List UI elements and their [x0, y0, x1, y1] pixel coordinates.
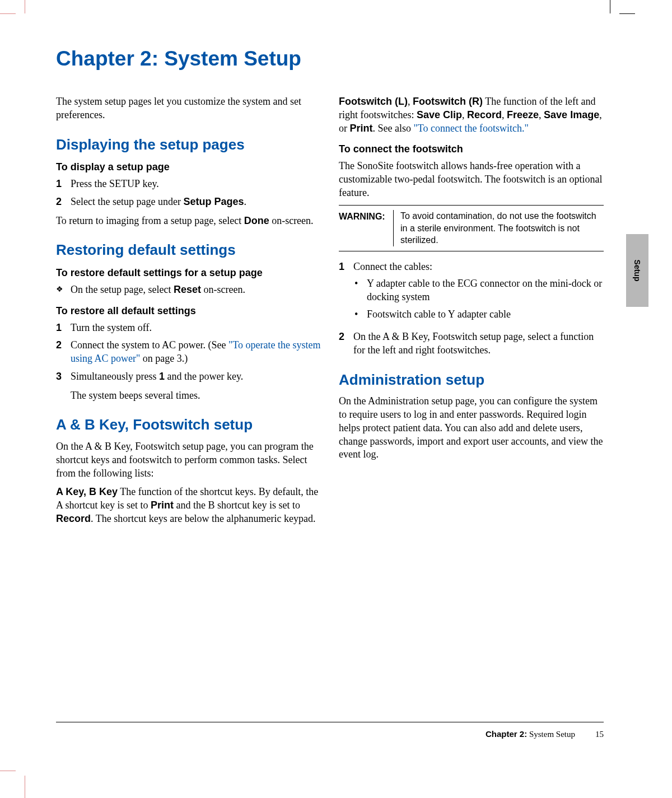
- page: Setup Chapter 2: System Setup The system…: [34, 21, 626, 755]
- list-item: 2 Connect the system to AC power. (See "…: [56, 339, 321, 366]
- list-item: 2 Select the setup page under Setup Page…: [56, 195, 321, 209]
- sub-restore-page: To restore default settings for a setup …: [56, 267, 321, 280]
- step-number: 2: [56, 339, 71, 366]
- cable-bullets: Y adapter cable to the ECG connector on …: [353, 277, 604, 321]
- display-steps: 1 Press the SETUP key. 2 Select the setu…: [56, 178, 321, 209]
- step-body: Press the SETUP key.: [71, 178, 321, 191]
- return-text: To return to imaging from a setup page, …: [56, 214, 321, 228]
- list-item: On the setup page, select Reset on-scree…: [56, 283, 321, 297]
- side-tab: Setup: [626, 234, 648, 307]
- sub-restore-all: To restore all default settings: [56, 305, 321, 318]
- list-item: 2 On the A & B Key, Footswitch setup pag…: [339, 330, 604, 357]
- list-item: Y adapter cable to the ECG connector on …: [353, 277, 604, 304]
- step-body: Connect the system to AC power. (See "To…: [71, 339, 321, 366]
- list-item: 1 Turn the system off.: [56, 321, 321, 335]
- footer-page-number: 15: [595, 730, 604, 739]
- list-item: 1 Press the SETUP key.: [56, 178, 321, 191]
- left-column: The system setup pages let you customize…: [56, 95, 321, 531]
- list-item: 1 Connect the cables: Y adapter cable to…: [339, 260, 604, 326]
- section-admin: Administration setup: [339, 372, 604, 389]
- step-body: Turn the system off.: [71, 321, 321, 335]
- side-tab-label: Setup: [633, 260, 642, 282]
- section-displaying: Displaying the setup pages: [56, 137, 321, 153]
- warning-box: WARNING: To avoid contamination, do not …: [339, 205, 604, 251]
- warning-label: WARNING:: [339, 210, 394, 246]
- step-number: 1: [339, 260, 353, 326]
- footswitch-p1: Footswitch (L), Footswitch (R) The funct…: [339, 95, 604, 135]
- restore-all-steps: 1 Turn the system off. 2 Connect the sys…: [56, 321, 321, 384]
- beep-text: The system beeps several times.: [71, 389, 321, 403]
- sub-connect-footswitch: To connect the footswitch: [339, 143, 604, 156]
- step-body: Simultaneously press 1 and the power key…: [71, 370, 321, 384]
- xref-link[interactable]: "To connect the footswitch.": [414, 123, 529, 134]
- connect-steps: 1 Connect the cables: Y adapter cable to…: [339, 260, 604, 357]
- list-item: 3 Simultaneously press 1 and the power k…: [56, 370, 321, 384]
- list-item: Footswitch cable to Y adapter cable: [353, 308, 604, 321]
- abkey-p2: A Key, B Key The function of the shortcu…: [56, 486, 321, 525]
- step-number: 2: [339, 330, 353, 357]
- footer-rule: [56, 722, 604, 722]
- footswitch-p2: The SonoSite footswitch allows hands-fre…: [339, 160, 604, 199]
- step-body: On the A & B Key, Footswitch setup page,…: [353, 330, 604, 357]
- step-number: 1: [56, 178, 71, 191]
- abkey-p1: On the A & B Key, Footswitch setup page,…: [56, 440, 321, 480]
- step-number: 2: [56, 195, 71, 209]
- intro-text: The system setup pages let you customize…: [56, 95, 321, 122]
- warning-text: To avoid contamination, do not use the f…: [394, 210, 604, 246]
- right-column: Footswitch (L), Footswitch (R) The funct…: [339, 95, 604, 531]
- step-body: Connect the cables: Y adapter cable to t…: [353, 260, 604, 326]
- content: Chapter 2: System Setup The system setup…: [34, 21, 626, 531]
- step-number: 3: [56, 370, 71, 384]
- section-abkey: A & B Key, Footswitch setup: [56, 417, 321, 433]
- footer-chapter: Chapter 2:: [486, 729, 527, 739]
- chapter-title: Chapter 2: System Setup: [56, 47, 604, 71]
- footer: Chapter 2: System Setup15: [486, 729, 604, 739]
- admin-p1: On the Administration setup page, you ca…: [339, 395, 604, 461]
- step-body: Select the setup page under Setup Pages.: [71, 195, 321, 209]
- step-body: On the setup page, select Reset on-scree…: [71, 283, 245, 297]
- footer-title: System Setup: [527, 730, 575, 739]
- restore-page-list: On the setup page, select Reset on-scree…: [56, 283, 321, 297]
- sub-to-display: To display a setup page: [56, 161, 321, 174]
- columns: The system setup pages let you customize…: [56, 95, 604, 531]
- section-restoring: Restoring default settings: [56, 242, 321, 259]
- step-number: 1: [56, 321, 71, 335]
